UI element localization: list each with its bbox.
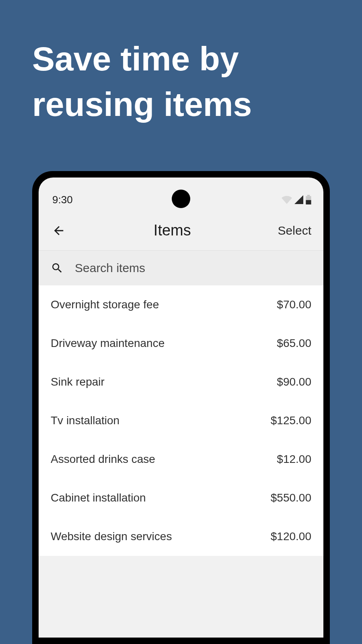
item-name: Assorted drinks case	[51, 453, 155, 466]
select-button[interactable]: Select	[278, 224, 311, 237]
back-button[interactable]	[51, 223, 67, 239]
item-name: Sink repair	[51, 376, 105, 388]
item-price: $125.00	[271, 414, 311, 427]
list-item[interactable]: Website design services $120.00	[39, 517, 323, 556]
item-name: Tv installation	[51, 414, 119, 427]
item-price: $12.00	[277, 453, 311, 466]
status-time: 9:30	[52, 194, 73, 206]
svg-rect-0	[307, 195, 310, 196]
battery-icon	[306, 195, 311, 204]
search-bar[interactable]: Search items	[39, 250, 323, 285]
item-price: $120.00	[271, 530, 311, 543]
status-icons	[282, 195, 311, 204]
item-price: $90.00	[277, 376, 311, 388]
phone-frame: 9:30 Items	[32, 171, 330, 644]
app-bar: Items Select	[39, 214, 323, 250]
list-item[interactable]: Cabinet installation $550.00	[39, 479, 323, 517]
item-name: Driveway maintenance	[51, 337, 165, 350]
arrow-left-icon	[52, 224, 66, 237]
list-item[interactable]: Driveway maintenance $65.00	[39, 324, 323, 363]
items-list: Overnight storage fee $70.00 Driveway ma…	[39, 285, 323, 556]
list-item[interactable]: Assorted drinks case $12.00	[39, 440, 323, 479]
svg-rect-2	[306, 200, 311, 204]
item-name: Cabinet installation	[51, 491, 146, 504]
wifi-icon	[282, 195, 292, 204]
list-item[interactable]: Sink repair $90.00	[39, 363, 323, 401]
camera-notch	[172, 190, 190, 208]
search-icon	[51, 262, 64, 275]
item-price: $65.00	[277, 337, 311, 350]
item-price: $70.00	[277, 298, 311, 311]
page-title: Items	[154, 222, 191, 239]
item-name: Overnight storage fee	[51, 298, 159, 311]
search-placeholder: Search items	[75, 261, 145, 275]
list-item[interactable]: Tv installation $125.00	[39, 401, 323, 440]
list-item[interactable]: Overnight storage fee $70.00	[39, 285, 323, 324]
cellular-icon	[294, 195, 303, 204]
promo-heading: Save time by reusing items	[0, 0, 362, 152]
item-name: Website design services	[51, 530, 172, 543]
item-price: $550.00	[271, 491, 311, 504]
phone-screen: 9:30 Items	[39, 178, 323, 638]
